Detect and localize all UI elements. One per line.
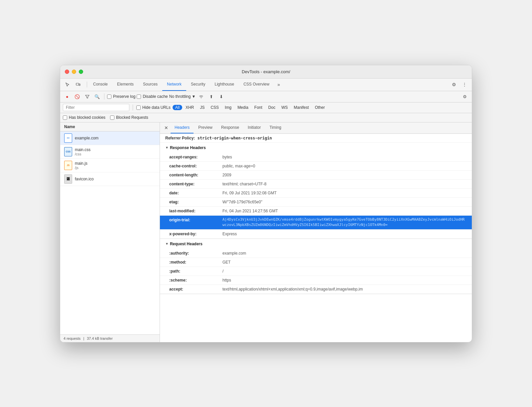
header-row-last-modified: last-modified: Fri, 04 Jun 2021 14:27:56… — [160, 207, 472, 216]
filter-tag-img[interactable]: Img — [222, 105, 234, 110]
file-icon-ico: 🖼 — [64, 174, 72, 184]
filter-tag-css[interactable]: CSS — [208, 105, 221, 110]
toolbar-left-icons — [63, 80, 83, 89]
blocked-bar: Has blocked cookies Blocked Requests — [60, 113, 472, 122]
filter-input[interactable] — [63, 104, 129, 111]
response-headers-section: ▼ Response Headers accept-ranges: bytes … — [160, 143, 472, 239]
disable-cache-checkbox[interactable] — [137, 95, 141, 99]
referrer-policy-row: Referrer Policy: strict-origin-when-cros… — [160, 134, 472, 143]
has-blocked-cookies-label[interactable]: Has blocked cookies — [63, 115, 105, 120]
request-item-example-com[interactable]: <> example.com — [60, 131, 160, 145]
settings-network-icon-button[interactable]: ⚙ — [461, 92, 469, 101]
has-blocked-cookies-checkbox[interactable] — [63, 115, 67, 120]
tab-elements[interactable]: Elements — [112, 78, 138, 91]
tab-lighthouse[interactable]: Lighthouse — [210, 78, 239, 91]
filter-bar: Hide data URLs All XHR JS CSS Img Media … — [60, 102, 472, 113]
header-row-method: :method: GET — [160, 258, 472, 267]
requests-list-panel: Name <> example.com CSS main.css /css — [60, 122, 160, 342]
clear-button[interactable]: 🚫 — [73, 92, 81, 101]
window-title: DevTools - example.com/ — [242, 69, 290, 74]
close-button[interactable] — [65, 70, 69, 74]
disable-cache-label[interactable]: Disable cache — [137, 94, 168, 99]
more-tabs-button[interactable]: » — [275, 82, 282, 87]
throttle-selector[interactable]: No throttling ▼ — [169, 94, 196, 99]
record-button[interactable]: ● — [63, 92, 71, 101]
minimize-button[interactable] — [72, 70, 76, 74]
chevron-down-icon: ▼ — [192, 94, 196, 99]
settings-icon-button[interactable]: ⚙ — [449, 80, 459, 89]
window-controls — [65, 70, 83, 74]
download-icon-button[interactable]: ⬇ — [217, 92, 225, 101]
search-icon-button[interactable]: 🔍 — [93, 92, 101, 101]
filter-tag-doc[interactable]: Doc — [266, 105, 278, 110]
tab-sources[interactable]: Sources — [138, 78, 162, 91]
blocked-requests-checkbox[interactable] — [110, 115, 114, 120]
detail-tabs-bar: ✕ Headers Preview Response Initiator Tim… — [160, 122, 472, 134]
request-info-css: main.css /css — [75, 147, 90, 156]
header-row-content-type: content-type: text/html; charset=UTF-8 — [160, 180, 472, 189]
header-row-authority: :authority: example.com — [160, 249, 472, 258]
filter-tag-js[interactable]: JS — [197, 105, 207, 110]
filter-type-tags: All XHR JS CSS Img Media Font Doc WS Man… — [173, 105, 328, 110]
detail-tab-response[interactable]: Response — [217, 122, 243, 134]
header-row-cache-control: cache-control: public, max-age=0 — [160, 162, 472, 171]
preserve-log-label[interactable]: Preserve log — [107, 94, 135, 99]
blocked-requests-label[interactable]: Blocked Requests — [110, 115, 148, 120]
filter-tag-all[interactable]: All — [173, 105, 182, 110]
header-row-etag: etag: W/"7d9-179d76c65e0" — [160, 198, 472, 207]
request-headers-section: ▼ Request Headers :authority: example.co… — [160, 239, 472, 294]
svg-rect-1 — [79, 84, 80, 86]
request-item-main-css[interactable]: CSS main.css /css — [60, 145, 160, 159]
hide-data-urls-checkbox[interactable] — [136, 105, 141, 110]
toolbar-right-icons: ⚙ ⋮ — [449, 80, 469, 89]
headers-detail-panel: ✕ Headers Preview Response Initiator Tim… — [160, 122, 472, 342]
tab-security[interactable]: Security — [186, 78, 210, 91]
header-row-x-powered-by: x-powered-by: Express — [160, 230, 472, 239]
filter-tag-font[interactable]: Font — [252, 105, 265, 110]
file-icon-css: CSS — [64, 147, 72, 156]
header-row-content-length: content-length: 2009 — [160, 171, 472, 180]
header-row-accept: accept: text/html,application/xhtml+xml,… — [160, 285, 472, 294]
filter-icon-button[interactable] — [83, 92, 91, 101]
cursor-icon-button[interactable] — [63, 80, 72, 89]
preserve-log-checkbox[interactable] — [107, 95, 111, 99]
request-info: example.com — [75, 136, 98, 140]
request-item-favicon[interactable]: 🖼 favicon.ico — [60, 172, 160, 186]
tab-console[interactable]: Console — [88, 78, 112, 91]
request-headers-title[interactable]: ▼ Request Headers — [160, 239, 472, 249]
detail-tab-timing[interactable]: Timing — [265, 122, 285, 134]
svg-rect-0 — [76, 83, 79, 85]
header-row-path: :path: / — [160, 267, 472, 276]
file-icon-js: JS — [64, 161, 72, 170]
filter-tag-media[interactable]: Media — [235, 105, 251, 110]
request-item-main-js[interactable]: JS main.js /js — [60, 159, 160, 172]
more-options-icon-button[interactable]: ⋮ — [460, 80, 469, 89]
filter-tag-xhr[interactable]: XHR — [183, 105, 197, 110]
devtools-tabs-bar: Console Elements Sources Network Securit… — [60, 79, 472, 91]
tab-css-overview[interactable]: CSS Overview — [239, 78, 274, 91]
request-info-js: main.js /js — [75, 161, 87, 170]
filter-tag-other[interactable]: Other — [312, 105, 328, 110]
request-info-ico: favicon.ico — [75, 177, 94, 181]
footer-separator: | — [83, 336, 84, 340]
titlebar: DevTools - example.com/ — [60, 65, 472, 79]
hide-data-urls-label[interactable]: Hide data URLs — [136, 105, 171, 110]
collapse-request-triangle-icon: ▼ — [165, 242, 169, 246]
upload-icon-button[interactable]: ⬆ — [207, 92, 215, 101]
header-row-origin-trial: origin-trial: Aj4DysCv3VjknU3jJvkDEwnQZK… — [160, 216, 472, 230]
wifi-icon-button[interactable] — [197, 92, 205, 101]
header-row-scheme: :scheme: https — [160, 276, 472, 285]
detail-tab-headers[interactable]: Headers — [171, 122, 194, 134]
response-headers-title[interactable]: ▼ Response Headers — [160, 143, 472, 153]
filter-tag-manifest[interactable]: Manifest — [291, 105, 312, 110]
tab-network[interactable]: Network — [162, 78, 186, 91]
maximize-button[interactable] — [79, 70, 83, 74]
close-detail-panel-button[interactable]: ✕ — [163, 124, 170, 131]
device-toolbar-icon-button[interactable] — [73, 80, 83, 89]
detail-tab-initiator[interactable]: Initiator — [244, 122, 265, 134]
header-row-date: date: Fri, 09 Jul 2021 19:32:08 GMT — [160, 189, 472, 198]
collapse-triangle-icon: ▼ — [165, 146, 169, 149]
requests-column-header: Name — [60, 122, 160, 131]
detail-tab-preview[interactable]: Preview — [194, 122, 216, 134]
filter-tag-ws[interactable]: WS — [279, 105, 290, 110]
